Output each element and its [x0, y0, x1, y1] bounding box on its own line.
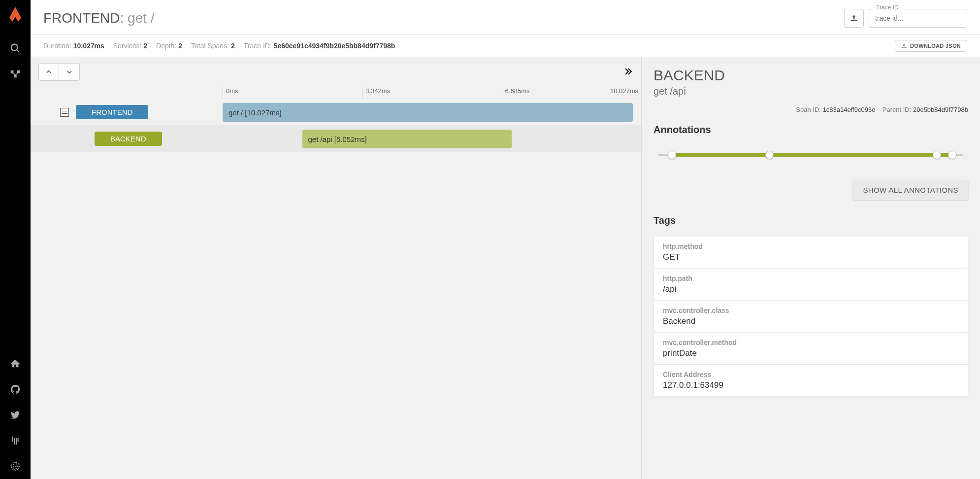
- svg-line-5: [12, 73, 15, 75]
- span-bar[interactable]: get /api [5.052ms]: [302, 130, 512, 148]
- tag-key: http.method: [663, 242, 959, 250]
- ruler-tick: 0ms: [223, 87, 238, 99]
- annotation-dot[interactable]: [948, 151, 956, 159]
- services-value: 2: [143, 42, 147, 50]
- tag-item: mvc.controller.method printDate: [653, 333, 968, 365]
- svg-rect-8: [14, 438, 15, 445]
- stats-bar: Duration: 10.027ms Services: 2 Depth: 2 …: [31, 35, 980, 57]
- timeline-panel: 0ms 3.342ms 6.685ms 10.027ms FRONTEND ge…: [31, 57, 641, 479]
- tag-key: Client Address: [663, 371, 959, 378]
- tags-list: http.method GET http.path /api mvc.contr…: [653, 236, 968, 397]
- app-logo: [6, 6, 24, 24]
- duration-value: 10.027ms: [73, 42, 104, 50]
- service-badge: FRONTEND: [76, 105, 148, 119]
- services-label: Services:: [113, 42, 142, 50]
- svg-rect-7: [12, 437, 13, 442]
- svg-line-6: [15, 73, 18, 75]
- expand-up-button[interactable]: [38, 63, 59, 81]
- trace-id-label: Trace ID: [874, 4, 901, 11]
- ruler-tick: 3.342ms: [362, 87, 390, 99]
- tag-key: http.path: [663, 274, 959, 282]
- tag-item: http.path /api: [653, 269, 968, 301]
- span-bar[interactable]: get / [10.027ms]: [223, 103, 633, 122]
- service-badge: BACKEND: [95, 132, 162, 146]
- tag-item: mvc.controller.class Backend: [653, 301, 968, 333]
- total-spans-label: Total Spans:: [191, 42, 229, 50]
- detail-service-name: BACKEND: [653, 67, 968, 84]
- trace-id-input[interactable]: [869, 9, 967, 28]
- duration-label: Duration:: [43, 42, 71, 50]
- home-icon[interactable]: [0, 351, 31, 376]
- span-row[interactable]: FRONTEND get / [10.027ms]: [31, 99, 641, 126]
- time-ruler: 0ms 3.342ms 6.685ms 10.027ms: [223, 87, 641, 99]
- upload-button[interactable]: [844, 9, 864, 28]
- download-json-button[interactable]: DOWNLOAD JSON: [895, 40, 967, 52]
- span-detail-panel: BACKEND get /api Span ID: 1c83a14eff9c09…: [641, 57, 980, 479]
- tags-heading: Tags: [653, 215, 968, 226]
- annotation-dot[interactable]: [765, 151, 774, 159]
- title-operation: get /: [128, 10, 154, 26]
- svg-point-0: [11, 44, 18, 51]
- svg-rect-4: [14, 75, 17, 78]
- span-id-label: Span ID:: [796, 106, 821, 113]
- tag-value: /api: [663, 284, 959, 294]
- annotation-dot[interactable]: [933, 151, 941, 159]
- dependencies-icon[interactable]: [0, 61, 31, 87]
- tag-value: Backend: [663, 316, 959, 326]
- tag-value: GET: [663, 252, 959, 262]
- span-id-value: 1c83a14eff9c093e: [823, 106, 876, 113]
- sidebar: [0, 0, 31, 479]
- github-icon[interactable]: [0, 376, 31, 402]
- title-service: FRONTEND: [43, 10, 120, 26]
- annotations-timeline[interactable]: [658, 150, 963, 160]
- span-row[interactable]: BACKEND get /api [5.052ms]: [31, 126, 641, 152]
- tag-key: mvc.controller.method: [663, 339, 959, 346]
- depth-label: Depth:: [156, 42, 176, 50]
- annotation-dot[interactable]: [668, 151, 676, 159]
- tag-key: mvc.controller.class: [663, 307, 959, 314]
- parent-id-value: 20e5bb84d9f7798b: [913, 106, 968, 113]
- tag-item: http.method GET: [653, 236, 968, 269]
- trace-id-stat-label: Trace ID:: [244, 42, 272, 50]
- svg-rect-2: [11, 70, 14, 73]
- svg-rect-9: [16, 438, 17, 445]
- collapse-icon[interactable]: [60, 108, 69, 117]
- trace-id-field-wrap: Trace ID: [869, 9, 967, 28]
- header: FRONTEND: get / Trace ID: [31, 0, 980, 35]
- trace-id-stat-value: 5e60ce91c4934f9b20e5bb84d9f7798b: [274, 42, 395, 50]
- twitter-icon[interactable]: [0, 402, 31, 428]
- ruler-tick: 10.027ms: [610, 87, 641, 99]
- parent-id-label: Parent ID:: [882, 106, 912, 113]
- svg-rect-10: [18, 438, 19, 442]
- gitter-icon[interactable]: [0, 428, 31, 453]
- total-spans-value: 2: [231, 42, 235, 50]
- tag-value: 127.0.0.1:63499: [663, 380, 959, 390]
- depth-value: 2: [178, 42, 182, 50]
- svg-line-1: [17, 50, 19, 52]
- svg-rect-3: [17, 70, 20, 73]
- annotations-heading: Annotations: [653, 124, 968, 136]
- ruler-tick: 6.685ms: [502, 87, 530, 99]
- expand-down-button[interactable]: [59, 63, 80, 81]
- page-title: FRONTEND: get /: [43, 10, 155, 26]
- search-icon[interactable]: [0, 35, 31, 61]
- tag-item: Client Address 127.0.0.1:63499: [653, 365, 968, 397]
- collapse-panel-icon[interactable]: [623, 67, 633, 78]
- language-icon[interactable]: [0, 453, 31, 479]
- tag-value: printDate: [663, 348, 959, 358]
- show-all-annotations-button[interactable]: SHOW ALL ANNOTATIONS: [853, 180, 968, 200]
- main-content: FRONTEND: get / Trace ID Duration: 10.02…: [31, 0, 980, 479]
- detail-operation: get /api: [653, 86, 968, 97]
